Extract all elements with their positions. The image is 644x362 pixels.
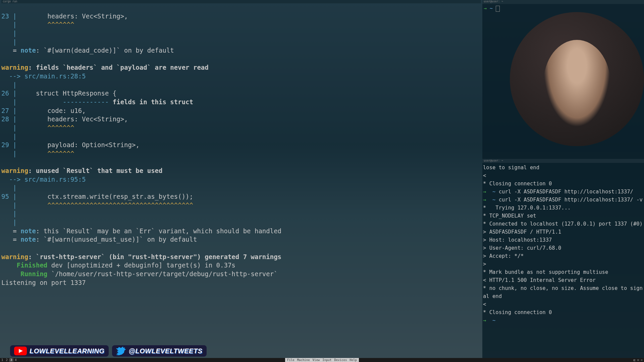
note-label: note <box>20 227 36 235</box>
vm-status-icons[interactable]: ◧ ⊞ ⊙ <box>634 358 643 362</box>
code-line: headers: Vec<String>, <box>17 115 128 123</box>
output-line: * Closing connection 0 <box>483 309 552 315</box>
output-line: * no chunk, no close, no size. Assume cl… <box>483 285 643 299</box>
source-location: --> src/main.rs:28:5 <box>1 72 86 80</box>
code-line: headers: Vec<String>, <box>17 12 128 20</box>
underline: ^^^^^^^ <box>17 21 74 28</box>
terminal-tr-output: → ~ <box>482 4 644 13</box>
twitter-handle: @LOWLEVELTWEETS <box>129 347 203 355</box>
underline: ^^^^^^^^^^^^^^^^^^^^^^^^^^^^^^^^^^^^^^ <box>17 201 193 209</box>
output-line: > Host: localhost:1337 <box>483 237 552 243</box>
output-line: * TCP_NODELAY set <box>483 213 536 219</box>
desktop: cargo run 23 | headers: Vec<String>, | ^… <box>0 0 644 362</box>
finished-text: dev [unoptimized + debuginfo] target(s) … <box>47 261 235 269</box>
menu-devices[interactable]: Devices <box>334 358 347 362</box>
twitter-badge: @LOWLEVELTWEETS <box>112 345 207 357</box>
menu-file[interactable]: File <box>287 358 294 362</box>
workspace-2[interactable]: 2 <box>4 358 9 362</box>
line-number: 28 <box>1 115 9 123</box>
note-label: note <box>20 236 36 243</box>
warning-label: warning <box>1 64 28 71</box>
line-number: 95 <box>1 193 9 200</box>
workspace-1[interactable]: 1 <box>0 358 4 362</box>
workspace-3[interactable]: 3 <box>9 358 13 362</box>
output-line: > <box>483 261 489 267</box>
underline-dash: ------------ <box>17 98 109 106</box>
command-line: curl -X ASDFASDFASDF http://localhost:13… <box>499 189 633 195</box>
terminal-left-output: 23 | headers: Vec<String>, | ^^^^^^^ | |… <box>1 3 481 287</box>
note-eq: = <box>1 47 17 54</box>
note-text: : `#[warn(unused_must_use)]` on by defau… <box>36 236 197 243</box>
note-label: note <box>20 47 36 54</box>
output-line: > ASDFASDFASDF / HTTP/1.1 <box>483 229 561 235</box>
output-line: * Mark bundle as not supporting multiuse <box>483 269 608 275</box>
menu-input[interactable]: Input <box>322 358 331 362</box>
output-line: < HTTP/1.1 500 Internal Server Error <box>483 277 596 283</box>
note-text: : this `Result` may be an `Err` variant,… <box>36 227 281 235</box>
warning-label: warning <box>1 253 28 260</box>
terminal-br-title: user@user: ~ <box>482 159 644 163</box>
terminal-br-output: lose to signal end < * Closing connectio… <box>482 163 644 325</box>
terminal-bottom-right[interactable]: user@user: ~ lose to signal end < * Clos… <box>482 159 644 359</box>
line-number: 26 <box>1 89 9 97</box>
output-line: lose to signal end <box>483 165 539 171</box>
running-label: Running <box>1 270 47 278</box>
terminal-tr-title: user@user: ~ <box>482 0 644 4</box>
underline: ^^^^^^^ <box>17 150 74 157</box>
youtube-icon <box>14 347 27 355</box>
listening-text: Listening on port 1337 <box>1 279 86 286</box>
output-line: > User-Agent: curl/7.68.0 <box>483 245 561 251</box>
note-text: : `#[warn(dead_code)]` on by default <box>36 47 174 54</box>
output-line: > Accept: */* <box>483 253 524 259</box>
vm-menubar[interactable]: File Machine View Input Devices Help <box>285 358 359 362</box>
menu-help[interactable]: Help <box>350 358 357 362</box>
source-location: --> src/main.rs:95:5 <box>1 176 86 183</box>
cursor-icon <box>496 6 500 12</box>
line-number: 29 <box>1 141 9 148</box>
underline: ^^^^^^^ <box>17 124 74 131</box>
running-text: `/home/user/rust-http-server/target/debu… <box>47 270 277 278</box>
warning-label: warning <box>1 167 28 174</box>
output-line: * Connected to localhost (127.0.0.1) por… <box>483 221 643 227</box>
prompt-path: ~ <box>487 5 496 11</box>
social-overlay: LOWLEVELLEARNING @LOWLEVELTWEETS <box>10 345 207 357</box>
menu-machine[interactable]: Machine <box>297 358 310 362</box>
menu-view[interactable]: View <box>313 358 320 362</box>
webcam-overlay <box>510 12 644 146</box>
line-number: 23 <box>1 12 9 20</box>
code-line: struct HttpResponse { <box>17 89 116 97</box>
code-line: code: u16, <box>17 107 86 114</box>
workspace-4[interactable]: 4 <box>13 358 18 362</box>
code-line: ctx.stream.write(resp_str.as_bytes()); <box>17 193 193 200</box>
output-line: * Trying 127.0.0.1:1337... <box>483 205 571 211</box>
output-line: < <box>483 173 489 179</box>
warning-text: : `rust-http-server` (bin "rust-http-ser… <box>28 253 281 260</box>
prompt-arrow-icon: → <box>484 5 487 11</box>
workspace-switcher[interactable]: 1 2 3 4 <box>0 358 18 362</box>
warning-text: : fields `headers` and `payload` are nev… <box>28 64 209 71</box>
line-number: 27 <box>1 107 9 114</box>
terminal-left-title: cargo run <box>1 0 481 3</box>
webcam-person <box>543 40 610 127</box>
twitter-icon <box>116 347 126 355</box>
warning-text: : unused `Result` that must be used <box>28 167 162 174</box>
command-line: curl -X ASDFASDFASDF http://localhost:13… <box>499 197 643 203</box>
finished-label: Finished <box>1 261 47 269</box>
taskbar[interactable]: 1 2 3 4 File Machine View Input Devices … <box>0 358 644 362</box>
youtube-handle: LOWLEVELLEARNING <box>30 347 105 355</box>
output-line: < <box>483 301 489 307</box>
output-line: * Closing connection 0 <box>483 181 552 187</box>
youtube-badge: LOWLEVELLEARNING <box>10 345 109 357</box>
annotation-text: fields in this struct <box>109 98 193 106</box>
code-line: payload: Option<String>, <box>17 141 140 148</box>
terminal-left[interactable]: cargo run 23 | headers: Vec<String>, | ^… <box>0 0 482 360</box>
